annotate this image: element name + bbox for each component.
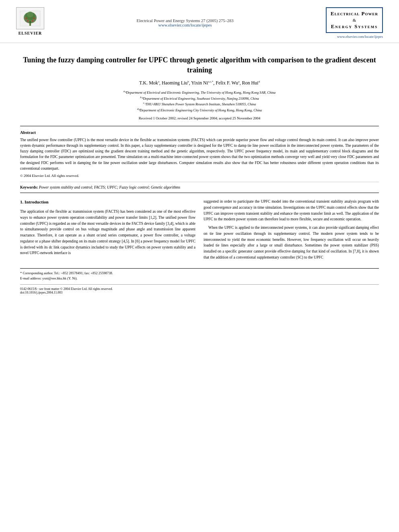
abstract-text: The unified power flow controller (UPFC)… bbox=[20, 137, 379, 172]
page: ELSEVIER Electrical Power and Energy Sys… bbox=[0, 0, 399, 532]
svg-point-4 bbox=[27, 12, 33, 17]
bottom-info-line2: doi:10.1016/j.ijepes.2004.11.003 bbox=[20, 291, 379, 294]
brand-box: Electrical Power & Energy Systems bbox=[326, 7, 383, 33]
received-line: Received 1 October 2002; revised 24 Sept… bbox=[20, 116, 379, 120]
header: ELSEVIER Electrical Power and Energy Sys… bbox=[0, 0, 399, 43]
authors: T.K. Moka, Haoming Liub, Yixin Nia,c,*, … bbox=[20, 80, 379, 86]
keywords-text: Power system stability and control; FACT… bbox=[39, 185, 180, 189]
paper-title: Tuning the fuzzy damping controller for … bbox=[20, 55, 379, 75]
two-column-body: 1. Introduction The application of the f… bbox=[20, 199, 379, 263]
footnote-star: * Corresponding author. Tel.: +852 28578… bbox=[20, 271, 379, 275]
brand-ampersand: & bbox=[331, 18, 378, 23]
affiliation-d: dᵈDepartment of Electronic Engineering C… bbox=[137, 108, 262, 112]
abstract-section: Abstract The unified power flow controll… bbox=[20, 130, 379, 178]
section1-col2-p1: suggested in order to participate the UP… bbox=[204, 199, 379, 222]
affiliations: aᵃDepartment of Electrical and Electroni… bbox=[20, 89, 379, 113]
elsevier-label: ELSEVIER bbox=[19, 31, 42, 35]
affiliation-a: aᵃDepartment of Electrical and Electroni… bbox=[123, 90, 276, 94]
bottom-info: 0142-0615/$ - see front matter © 2004 El… bbox=[20, 284, 379, 294]
journal-title: Electrical Power and Energy Systems 27 (… bbox=[137, 7, 234, 27]
svg-point-8 bbox=[32, 20, 33, 22]
keywords-line: Keywords: Power system stability and con… bbox=[20, 185, 379, 189]
brand-sub-title: Energy Systems bbox=[331, 23, 378, 30]
abstract-title: Abstract bbox=[20, 130, 379, 135]
journal-url[interactable]: www.elsevier.com/locate/ijepes bbox=[158, 23, 212, 27]
journal-brand: Electrical Power & Energy Systems www.el… bbox=[326, 7, 383, 39]
copyright-line: © 2004 Elsevier Ltd. All rights reserved… bbox=[20, 174, 379, 178]
abstract-divider bbox=[20, 182, 379, 182]
footnote-area: * Corresponding author. Tel.: +852 28578… bbox=[20, 268, 379, 280]
bottom-info-line1: 0142-0615/$ - see front matter © 2004 El… bbox=[20, 287, 379, 291]
brand-url[interactable]: www.elsevier.com/locate/ijepes bbox=[326, 35, 383, 39]
svg-point-7 bbox=[27, 20, 29, 22]
affiliation-c: cᶜTHU-HKU Shenzhen Power System Research… bbox=[143, 102, 256, 106]
left-column: 1. Introduction The application of the f… bbox=[20, 199, 195, 263]
elsevier-logo: ELSEVIER bbox=[16, 7, 44, 35]
affiliation-b: bᵇDepartment of Electrical Engineering, … bbox=[140, 97, 259, 101]
keywords-label: Keywords: bbox=[20, 185, 38, 189]
footnote-email: E-mail address: yxni@eee.hku.hk (Y. Ni). bbox=[20, 276, 379, 280]
keywords-divider bbox=[20, 193, 379, 193]
elsevier-logo-image bbox=[16, 7, 44, 29]
svg-point-6 bbox=[33, 18, 35, 19]
section1-title: 1. Introduction bbox=[20, 199, 195, 205]
brand-title: Electrical Power bbox=[331, 10, 378, 17]
right-column: suggested in order to participate the UP… bbox=[204, 199, 379, 263]
main-content: Tuning the fuzzy damping controller for … bbox=[0, 43, 399, 302]
svg-point-5 bbox=[25, 18, 27, 19]
section1-col2-p2: When the UPFC is applied to the intercon… bbox=[204, 225, 379, 260]
title-divider bbox=[20, 126, 379, 126]
section1-col1-p1: The application of the flexible ac trans… bbox=[20, 209, 195, 256]
